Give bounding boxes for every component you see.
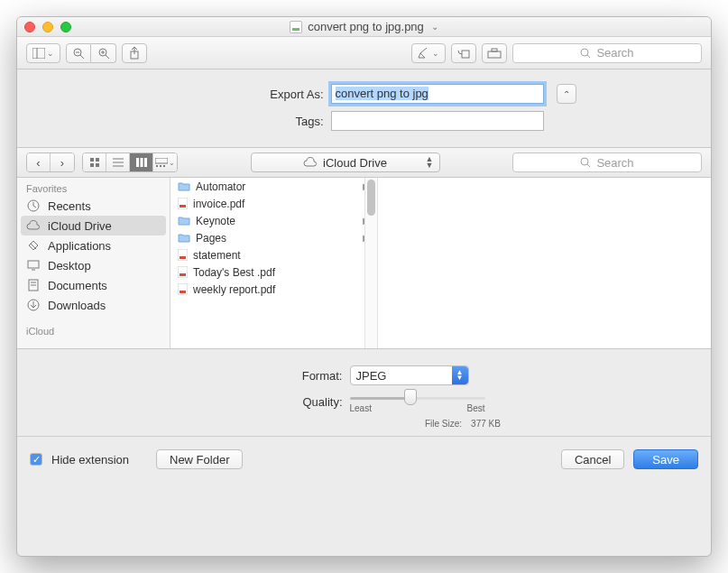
- sidebar-icloud-header: iCloud: [17, 320, 170, 338]
- save-button[interactable]: Save: [633, 449, 698, 469]
- sidebar-item-label: Applications: [48, 239, 111, 253]
- format-popup[interactable]: JPEG ▲▼: [350, 365, 469, 385]
- quality-slider[interactable]: [350, 391, 485, 405]
- svg-rect-45: [180, 256, 186, 259]
- svg-rect-48: [178, 283, 188, 295]
- zoom-in-button[interactable]: [91, 43, 116, 63]
- file-row[interactable]: statement: [170, 246, 377, 263]
- file-name: weekly report.pdf: [193, 283, 275, 296]
- markup-button[interactable]: ⌄: [411, 43, 446, 63]
- export-as-value: convert png to jpg: [336, 87, 429, 100]
- folder-icon: [178, 181, 190, 191]
- toolbar-search-field[interactable]: Search: [512, 43, 702, 63]
- svg-rect-46: [178, 266, 188, 278]
- svg-line-17: [587, 55, 590, 58]
- file-name: statement: [193, 249, 241, 262]
- export-dialog-window: convert png to jpg.png ⌄ ⌄ ⌄: [16, 16, 712, 557]
- scrollbar[interactable]: [364, 178, 377, 348]
- view-mode-segment: ⌄: [82, 152, 178, 172]
- tags-field[interactable]: [331, 111, 544, 131]
- file-row[interactable]: Pages▶: [170, 229, 377, 246]
- file-name: Pages: [196, 232, 226, 245]
- svg-rect-27: [144, 158, 147, 167]
- file-row[interactable]: invoice.pdf: [170, 195, 377, 212]
- sidebar-item-label: Desktop: [48, 259, 91, 273]
- file-name: Today's Best .pdf: [193, 266, 275, 279]
- svg-line-6: [106, 55, 109, 59]
- view-gallery-button[interactable]: ⌄: [153, 153, 177, 171]
- svg-rect-19: [96, 158, 99, 162]
- svg-rect-25: [136, 158, 139, 167]
- nav-back-button[interactable]: ‹: [27, 153, 51, 171]
- browser-toolbar: ‹ › ⌄ iCloud Drive ▲▼: [17, 147, 711, 178]
- svg-rect-36: [28, 261, 39, 268]
- file-row[interactable]: Keynote▶: [170, 212, 377, 229]
- filesize-value: 377 KB: [471, 419, 501, 429]
- document-proxy-icon[interactable]: [290, 21, 302, 33]
- cloud-icon: [26, 219, 41, 232]
- rotate-button[interactable]: [451, 43, 476, 63]
- updown-arrows-icon: ▲▼: [452, 366, 468, 384]
- column-1: Automator▶invoice.pdfKeynote▶Pages▶state…: [170, 178, 378, 348]
- updown-arrows-icon: ▲▼: [426, 156, 434, 169]
- sidebar-item-label: Downloads: [48, 299, 106, 312]
- sidebar-item-downloads[interactable]: Downloads: [17, 295, 170, 315]
- export-as-field[interactable]: convert png to jpg: [331, 84, 544, 104]
- collapse-button[interactable]: ⌃: [557, 84, 576, 104]
- browser-search-field[interactable]: Search: [512, 152, 702, 172]
- hide-extension-checkbox[interactable]: ✓: [30, 453, 42, 466]
- toolbox-button[interactable]: [482, 43, 507, 63]
- sidebar-item-recents[interactable]: Recents: [17, 196, 170, 216]
- svg-rect-21: [96, 163, 99, 167]
- new-folder-button[interactable]: New Folder: [156, 449, 243, 469]
- nav-forward-button[interactable]: ›: [51, 153, 74, 171]
- svg-line-33: [587, 164, 590, 167]
- view-column-button[interactable]: [130, 153, 153, 171]
- file-row[interactable]: Today's Best .pdf: [170, 263, 377, 281]
- chevron-down-icon[interactable]: ⌄: [431, 22, 438, 32]
- file-row[interactable]: Automator▶: [170, 178, 377, 195]
- toolbar-search-placeholder: Search: [596, 46, 633, 60]
- bottom-bar: ✓ Hide extension New Folder Cancel Save: [17, 437, 711, 482]
- cancel-button[interactable]: Cancel: [561, 449, 624, 469]
- svg-rect-49: [180, 291, 186, 293]
- sidebar-toggle-button[interactable]: ⌄: [26, 43, 60, 63]
- svg-line-12: [420, 48, 427, 53]
- sidebar-item-applications[interactable]: Applications: [17, 236, 170, 255]
- svg-rect-29: [156, 165, 158, 167]
- svg-rect-15: [492, 49, 497, 51]
- toolbar: ⌄ ⌄ Search: [17, 37, 711, 69]
- svg-rect-20: [90, 163, 94, 167]
- sidebar-item-icloud-drive[interactable]: iCloud Drive: [21, 216, 166, 236]
- file-name: invoice.pdf: [193, 198, 244, 210]
- location-popup[interactable]: iCloud Drive ▲▼: [251, 152, 440, 172]
- view-icon-button[interactable]: [83, 153, 106, 171]
- export-as-label: Export As:: [152, 88, 324, 101]
- nav-back-forward: ‹ ›: [26, 152, 75, 172]
- share-button[interactable]: [122, 43, 147, 63]
- slider-thumb[interactable]: [404, 389, 417, 405]
- svg-point-32: [581, 158, 588, 165]
- hide-extension-label: Hide extension: [51, 453, 129, 467]
- svg-line-3: [80, 55, 84, 59]
- view-list-button[interactable]: [106, 153, 130, 171]
- zoom-out-button[interactable]: [66, 43, 91, 63]
- sidebar-item-label: Documents: [48, 279, 107, 292]
- sidebar-item-desktop[interactable]: Desktop: [17, 255, 170, 275]
- svg-rect-26: [140, 158, 143, 167]
- pdf-icon: [178, 266, 188, 278]
- quality-label: Quality:: [108, 395, 343, 409]
- sidebar-favorites-header: Favorites: [17, 178, 170, 196]
- folder-icon: [178, 216, 190, 226]
- tags-label: Tags:: [152, 115, 324, 128]
- chevron-up-icon: ⌃: [563, 89, 570, 99]
- titlebar: convert png to jpg.png ⌄: [17, 17, 711, 37]
- file-row[interactable]: weekly report.pdf: [170, 281, 377, 298]
- svg-rect-31: [163, 165, 165, 167]
- sidebar-item-documents[interactable]: Documents: [17, 275, 170, 295]
- search-icon: [580, 48, 591, 59]
- column-2: [378, 178, 711, 348]
- file-name: Automator: [196, 180, 245, 193]
- download-icon: [26, 299, 41, 311]
- search-icon: [580, 157, 591, 168]
